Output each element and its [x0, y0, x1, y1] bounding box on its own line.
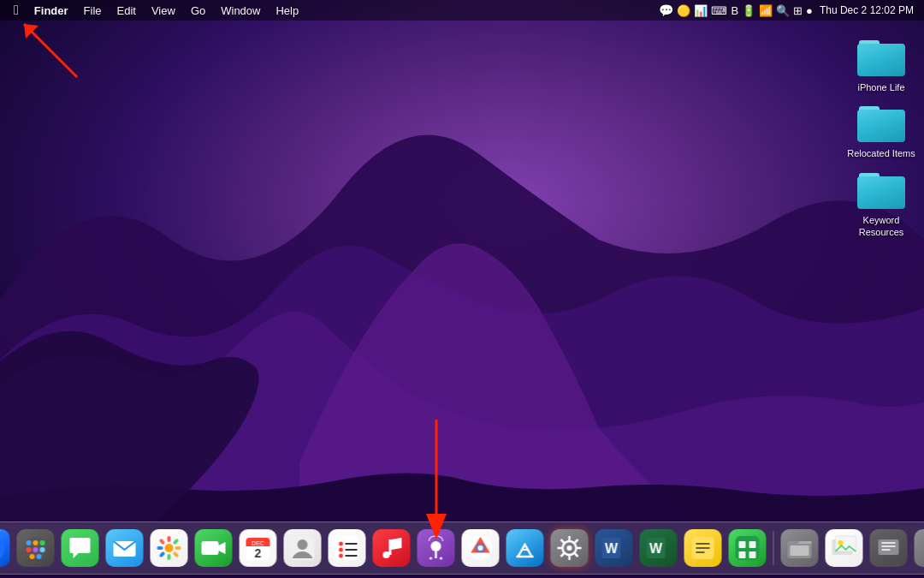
- dock-messages[interactable]: [60, 527, 101, 569]
- desktop-icons: iPhone Life Relocated Items KeywordResou…: [847, 34, 915, 238]
- svg-rect-24: [175, 546, 181, 550]
- svg-point-42: [339, 554, 343, 558]
- dock: 2DEC: [0, 521, 924, 575]
- menubar-left:  Finder File Edit View Go Window Help: [7, 1, 305, 20]
- svg-point-49: [440, 557, 442, 560]
- svg-point-15: [33, 547, 38, 552]
- menubar-right: 💬 🟡 📊 ⌨ B 🔋 📶 🔍 ⊞ ● Thu Dec 2 12:02 PM: [659, 3, 917, 18]
- keyword-resources-label: KeywordResources: [847, 214, 915, 239]
- svg-rect-26: [173, 539, 180, 545]
- siri-icon[interactable]: ●: [806, 4, 813, 17]
- svg-rect-29: [202, 541, 219, 555]
- dock-chrome[interactable]: [460, 527, 501, 569]
- svg-point-18: [37, 554, 42, 559]
- control-center-icon[interactable]: ⊞: [793, 4, 803, 17]
- menubar-window[interactable]: Window: [214, 3, 267, 19]
- svg-text:2: 2: [255, 546, 262, 560]
- desktop-icon-relocated-items[interactable]: Relocated Items: [847, 100, 915, 159]
- svg-point-36: [298, 539, 308, 550]
- dock-contacts[interactable]: [282, 527, 323, 569]
- svg-text:DEC: DEC: [252, 540, 264, 546]
- svg-rect-83: [879, 539, 899, 555]
- desktop-icon-iphone-life[interactable]: iPhone Life: [847, 34, 915, 93]
- svg-point-17: [30, 554, 35, 559]
- datetime-display[interactable]: Thu Dec 2 12:02 PM: [816, 3, 917, 18]
- svg-rect-74: [739, 541, 746, 548]
- svg-rect-25: [159, 539, 166, 545]
- svg-text:W: W: [649, 541, 663, 556]
- dock-reminders[interactable]: [327, 527, 368, 569]
- desktop-icon-keyword-resources[interactable]: KeywordResources: [847, 167, 915, 239]
- svg-rect-23: [157, 546, 163, 550]
- menubar-help[interactable]: Help: [269, 3, 305, 19]
- svg-rect-77: [749, 551, 756, 558]
- svg-line-1: [24, 24, 77, 77]
- wechat-icon[interactable]: 💬: [659, 3, 673, 17]
- dock-photosviewer[interactable]: [824, 527, 865, 569]
- dock-appstore[interactable]: [505, 527, 546, 569]
- svg-point-48: [429, 557, 432, 560]
- svg-line-62: [575, 553, 578, 557]
- desktop-wallpaper: [0, 0, 924, 578]
- menubar-edit[interactable]: Edit: [110, 3, 143, 19]
- svg-point-38: [339, 542, 343, 546]
- dock-notes[interactable]: [683, 527, 724, 569]
- dock-music[interactable]: [371, 527, 412, 569]
- desktop:  Finder File Edit View Go Window Help 💬…: [0, 0, 924, 578]
- apple-menu[interactable]: : [7, 1, 26, 20]
- svg-point-82: [838, 540, 844, 545]
- status-icon-2[interactable]: 📊: [694, 4, 708, 17]
- svg-rect-27: [159, 551, 166, 558]
- dock-word2[interactable]: W: [638, 527, 679, 569]
- dock-podcasts[interactable]: [416, 527, 457, 569]
- svg-rect-21: [168, 536, 171, 542]
- svg-rect-76: [739, 551, 746, 558]
- dock-filemanager[interactable]: [779, 527, 820, 569]
- svg-line-64: [561, 553, 565, 557]
- svg-rect-75: [749, 541, 756, 548]
- status-icon-1[interactable]: 🟡: [677, 4, 690, 17]
- bluetooth-icon[interactable]: B: [731, 4, 738, 17]
- svg-point-16: [40, 547, 45, 552]
- svg-point-14: [27, 547, 32, 552]
- dock-trash[interactable]: [913, 527, 925, 569]
- dock-photos[interactable]: [149, 527, 190, 569]
- dock-separator: [773, 531, 774, 565]
- svg-point-11: [27, 540, 32, 545]
- svg-point-13: [40, 540, 45, 545]
- dock-calendar[interactable]: 2DEC: [238, 527, 279, 569]
- iphone-life-label: iPhone Life: [847, 81, 915, 93]
- menubar-view[interactable]: View: [145, 3, 182, 19]
- dock-facetime[interactable]: [193, 527, 234, 569]
- menubar-go[interactable]: Go: [184, 3, 212, 19]
- svg-point-40: [339, 548, 343, 552]
- svg-rect-22: [168, 554, 171, 560]
- svg-marker-2: [24, 24, 38, 39]
- svg-text:W: W: [605, 541, 619, 556]
- svg-point-53: [478, 545, 483, 551]
- dock-word[interactable]: W: [594, 527, 635, 569]
- dock-system-preferences[interactable]: [549, 527, 590, 569]
- svg-point-44: [383, 551, 390, 558]
- battery-icon[interactable]: 🔋: [742, 4, 755, 17]
- svg-point-46: [431, 541, 441, 551]
- svg-point-20: [165, 544, 174, 552]
- svg-point-56: [567, 545, 572, 551]
- relocated-items-label: Relocated Items: [847, 147, 915, 159]
- dock-finder[interactable]: [0, 527, 12, 569]
- svg-line-63: [575, 539, 578, 543]
- dock-numbers[interactable]: [727, 527, 768, 569]
- menubar-file[interactable]: File: [77, 3, 109, 19]
- dock-launchpad[interactable]: [15, 527, 56, 569]
- menubar-finder[interactable]: Finder: [27, 3, 75, 19]
- dock-extra1[interactable]: [868, 527, 909, 569]
- menubar:  Finder File Edit View Go Window Help 💬…: [0, 0, 924, 21]
- svg-point-12: [33, 540, 38, 545]
- svg-rect-0: [0, 0, 924, 578]
- search-icon[interactable]: 🔍: [776, 4, 790, 17]
- svg-point-5: [0, 534, 5, 562]
- status-icon-3[interactable]: ⌨: [711, 4, 727, 17]
- svg-rect-45: [389, 539, 392, 555]
- wifi-icon[interactable]: 📶: [759, 4, 773, 17]
- dock-mail[interactable]: [104, 527, 145, 569]
